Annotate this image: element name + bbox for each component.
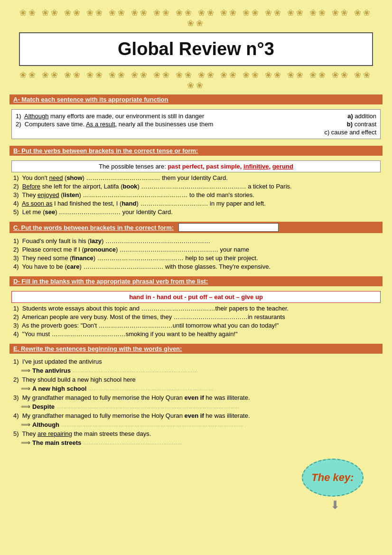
page-title: Global Review n°3 [29,39,363,59]
match-left-2: 2) Computers save time. As a result, nea… [16,121,305,128]
key-label: The key: [311,471,354,484]
e-arrow-2: ⟹ A new high school ……………………………………………………… [21,385,381,392]
suffix-box: Use the suitable suffixes / prefixes [178,223,279,232]
as-a-result-underline: As a result [86,121,115,128]
e-arrow-5: ⟹ The main streets ………………………………………………… [21,439,381,446]
e-arrow-dots-1: ……………………………………………………………… [73,367,198,373]
e-item-5: 5) They are repairing the main streets t… [11,430,381,437]
b4-underline: As soon as [22,200,52,207]
arrow-icon-5: ⟹ [21,439,30,446]
section-d-header: D- Fill in the blanks with the appropria… [9,276,383,286]
section-a-content: 1) Although many efforts are made, our e… [9,106,383,142]
arrow-icon-4: ⟹ [21,421,30,428]
d-item-3: 3) As the proverb goes: "Don't ………………………… [11,322,381,329]
e-arrow-text-4: Although [32,421,59,428]
e3-bold: even if [185,394,204,401]
e-arrow-text-1: The antivirus [32,367,71,374]
match-right-extra: c) cause and effect [305,129,376,136]
section-e-header: E. Rewrite the sentences beginning with … [9,344,383,354]
section-c-content: 1) Fouad's only fault is his (lazy) …………… [9,235,383,273]
e-arrow-dots-3: …………………………………………………………………………………………… [56,404,239,409]
match-right-1: a) addition [305,113,376,120]
match-right-2: b) contrast [305,121,376,128]
e4-bold: even if [185,412,204,419]
e5-underline: are repairing [37,430,72,437]
key-bubble: The key: [302,459,364,497]
e-item-1: 1) I've just updated the antivirus [11,358,381,365]
decorative-bottom: ❀❀ ❀❀ ❀❀ ❀❀ ❀❀ ❀❀ ❀❀ ❀❀ ❀❀ ❀❀ ❀❀ ❀❀ ❀❀ ❀… [9,70,383,91]
b1-underline: need [49,174,63,181]
match-row-2: 2) Computers save time. As a result, nea… [16,121,376,128]
they-text: They [22,376,36,383]
tenses-text: past perfect, past simple, infinitive, g… [168,163,293,170]
e-arrow-text-3: Despite [32,403,55,410]
d-item-2: 2) American people are very busy. Most o… [11,313,381,320]
b-item-3: 3) They enjoyed (listen) ………………………………………… [11,191,381,198]
match-row-1: 1) Although many efforts are made, our e… [16,113,376,120]
match-left-1: 1) Although many efforts are made, our e… [16,113,305,120]
section-c-header: C. Put the words between brackets in the… [9,222,383,233]
section-d-content: hand in - hand out - put off – eat out –… [9,288,383,340]
section-b-content: The possible tenses are: past perfect, p… [9,158,383,218]
e-arrow-3: ⟹ Despite ………………………………………………………………………………… [21,403,381,410]
e-item-3: 3) My grandfather managed to fully memor… [11,394,381,401]
e-arrow-text-2: A new high school [32,385,86,392]
d-item-4: 4) "You must ………………………………smoking if you … [11,330,381,338]
c-item-1: 1) Fouad's only fault is his (lazy) …………… [11,237,381,245]
arrow-icon-2: ⟹ [21,385,30,392]
d-item-1: 1) Students wrote essays about this topi… [11,305,381,312]
down-arrow: ⬇ [330,499,340,512]
tenses-box: The possible tenses are: past perfect, p… [11,160,381,172]
c-item-3: 3) They need some (finance) ………………………………… [11,254,381,262]
b3-underline: enjoyed [37,191,59,198]
b-item-2: 2) Before she left for the airport, Lati… [11,183,381,190]
decorative-top: ❀❀ ❀❀ ❀❀ ❀❀ ❀❀ ❀❀ ❀❀ ❀❀ ❀❀ ❀❀ ❀❀ ❀❀ ❀❀ ❀… [9,8,383,28]
section-b-header: B- Put the verbs between brackets in the… [9,146,383,156]
phrasal-box: hand in - hand out - put off – eat out –… [11,291,381,303]
section-a-box: 1) Although many efforts are made, our e… [11,109,381,139]
b-item-5: 5) Let me (see) ………………………… your Identity… [11,208,381,216]
c-item-2: 2) Please correct me if I (pronounce) ……… [11,246,381,253]
b-item-1: 1) You don't need (show) ……………………………… th… [11,174,381,181]
section-a-header: A- Match each sentence with its appropri… [9,94,383,104]
e-arrow-dots-4: …………………………………………………………………………………………… [61,422,244,427]
e-arrow-dots-2: ……………………………………………………………… [88,386,214,391]
e-arrow-4: ⟹ Although ……………………………………………………………………………… [21,421,381,428]
b2-underline: Before [22,183,40,190]
match-row-extra: c) cause and effect [16,129,376,136]
e-arrow-1: ⟹ The antivirus ……………………………………………………………… [21,367,381,374]
section-e-content: 1) I've just updated the antivirus ⟹ The… [9,356,383,449]
e-item-2: 2) They should build a new high school h… [11,376,381,383]
e-arrow-dots-5: ………………………………………………… [83,440,182,445]
title-box: Global Review n°3 [19,32,373,66]
e-item-4: 4) My grandfather managed to fully memor… [11,412,381,419]
b-item-4: 4) As soon as I had finished the test, I… [11,200,381,207]
although-underline: Although [24,113,48,120]
arrow-icon-1: ⟹ [21,367,30,374]
c-item-4: 4) You have to be (care) ………………………………… w… [11,263,381,270]
e-arrow-text-5: The main streets [32,439,81,446]
arrow-icon-3: ⟹ [21,403,30,410]
